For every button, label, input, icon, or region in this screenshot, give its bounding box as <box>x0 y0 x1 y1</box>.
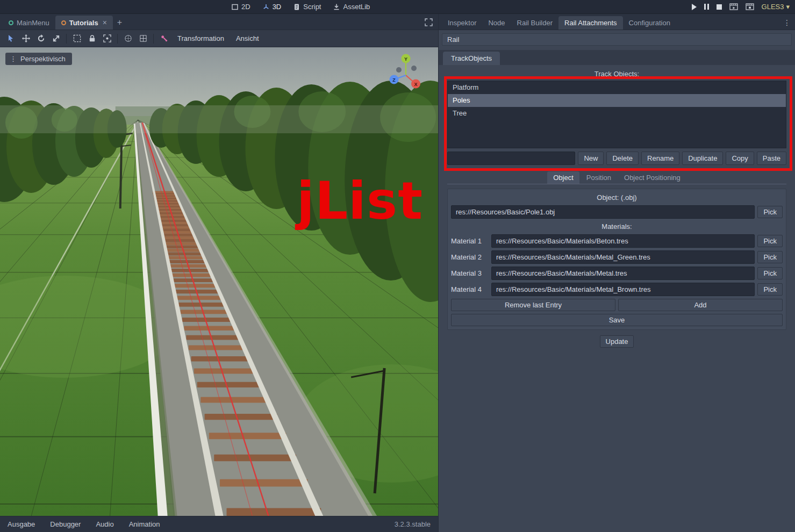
delete-button[interactable]: Delete <box>606 152 639 165</box>
snap-icon[interactable] <box>137 32 149 45</box>
axis-x-label: X <box>414 82 417 87</box>
material-row: Material 4 Pick <box>451 283 783 296</box>
mesh-icon[interactable] <box>121 32 134 45</box>
3d-icon <box>262 3 270 11</box>
play-custom-scene-icon[interactable] <box>746 3 754 10</box>
paste-button[interactable]: Paste <box>757 152 786 165</box>
tab-inspektor-label: Inspektor <box>448 19 476 27</box>
scene-tab-tutorials-label: Tutorials <box>69 19 98 27</box>
transformation-menu[interactable]: Transformation <box>173 32 229 45</box>
renderer-dropdown[interactable]: GLES3 ▾ <box>762 3 790 11</box>
select-tool-icon[interactable] <box>4 32 17 45</box>
dock-menu-icon[interactable]: ⋮ <box>783 18 791 27</box>
rotate-tool-icon[interactable] <box>34 32 47 45</box>
materials-header: Materials: <box>451 221 783 232</box>
material-4-label: Material 4 <box>451 285 489 293</box>
bottom-tab-debugger[interactable]: Debugger <box>50 520 81 528</box>
tab-inspektor[interactable]: Inspektor <box>442 16 482 30</box>
add-button[interactable]: Add <box>618 299 783 311</box>
tab-object-positioning[interactable]: Object Positioning <box>618 171 686 184</box>
editor-top-bar: 2D 3D Script AssetLib GLES3 ▾ <box>0 0 795 14</box>
mode-3d-button[interactable]: 3D <box>262 3 282 11</box>
scale-tool-icon[interactable] <box>49 32 62 45</box>
mode-2d-button[interactable]: 2D <box>231 3 250 11</box>
scene-tab-tutorials[interactable]: Tutorials × <box>55 16 113 30</box>
tab-trackobjects[interactable]: TrackObjects <box>443 52 500 65</box>
ansicht-menu[interactable]: Ansicht <box>231 32 264 45</box>
pick-material-2-button[interactable]: Pick <box>757 251 783 263</box>
track-objects-label: Track Objects: <box>439 70 795 78</box>
object-name-input[interactable] <box>447 152 575 165</box>
mode-script-button[interactable]: Script <box>293 3 321 11</box>
play-button[interactable] <box>692 4 697 10</box>
lock-icon[interactable] <box>85 32 98 45</box>
viewport-toolbar: Transformation Ansicht <box>0 30 438 47</box>
bottom-tab-audio[interactable]: Audio <box>96 520 113 528</box>
update-row: Update <box>439 335 795 348</box>
material-4-field[interactable] <box>491 283 755 296</box>
tab-node[interactable]: Node <box>482 16 511 30</box>
tab-object[interactable]: Object <box>547 171 579 184</box>
expand-viewport-icon[interactable] <box>425 18 433 26</box>
rect-select-icon[interactable] <box>70 32 83 45</box>
save-button[interactable]: Save <box>451 314 783 326</box>
tab-position[interactable]: Position <box>581 171 617 184</box>
remove-last-entry-button[interactable]: Remove last Entry <box>451 299 615 311</box>
menu-dots-icon: ⋮ <box>10 55 17 63</box>
pick-material-1-button[interactable]: Pick <box>757 235 783 247</box>
axis-gizmo[interactable]: Y X Z <box>381 52 431 96</box>
list-item-tree[interactable]: Tree <box>448 107 786 120</box>
3d-scene-render <box>0 47 438 516</box>
copy-button[interactable]: Copy <box>726 152 754 165</box>
material-3-field[interactable] <box>491 267 755 280</box>
new-button[interactable]: New <box>578 152 604 165</box>
mode-3d-label: 3D <box>273 3 282 11</box>
list-item-platform[interactable]: Platform <box>448 81 786 94</box>
tab-rail-attachments[interactable]: Rail Attachments <box>558 16 623 30</box>
pause-button[interactable] <box>704 4 709 10</box>
material-2-field[interactable] <box>491 250 755 264</box>
track-objects-list[interactable]: Platform Poles Tree <box>447 81 786 148</box>
tab-configuration[interactable]: Configuration <box>623 16 676 30</box>
dock-tab-bar: Inspektor Node Rail Builder Rail Attachm… <box>439 14 795 30</box>
tab-rail-builder-label: Rail Builder <box>517 19 553 27</box>
tab-configuration-label: Configuration <box>629 19 670 27</box>
group-icon[interactable] <box>101 32 113 45</box>
rename-button[interactable]: Rename <box>641 152 679 165</box>
move-tool-icon[interactable] <box>19 32 32 45</box>
play-scene-icon[interactable] <box>729 3 738 10</box>
pick-material-4-button[interactable]: Pick <box>757 283 783 296</box>
scene-icon <box>9 20 13 25</box>
tab-rail-builder[interactable]: Rail Builder <box>511 16 558 30</box>
close-tab-icon[interactable]: × <box>103 18 107 27</box>
bottom-tab-animation[interactable]: Animation <box>129 520 160 528</box>
3d-viewport[interactable]: ⋮ Perspektivisch Y X Z jList <box>0 47 438 516</box>
axis-z-label: Z <box>392 77 396 83</box>
bottom-tab-ausgabe[interactable]: Ausgabe <box>8 520 35 528</box>
object-path-field[interactable] <box>451 205 755 219</box>
tab-node-label: Node <box>488 19 505 27</box>
update-button[interactable]: Update <box>600 335 634 348</box>
script-icon <box>293 3 300 11</box>
scene-tab-bar: MainMenu Tutorials × + <box>0 14 438 30</box>
pick-material-3-button[interactable]: Pick <box>757 267 783 279</box>
scene-icon <box>61 20 66 25</box>
rail-header-button[interactable]: Rail <box>442 33 792 46</box>
pick-object-button[interactable]: Pick <box>757 206 783 218</box>
duplicate-button[interactable]: Duplicate <box>682 152 723 165</box>
material-row: Material 3 Pick <box>451 267 783 280</box>
new-scene-tab-button[interactable]: + <box>113 18 126 30</box>
godot-editor-window: { "topbar": { "modes": ["2D", "3D", "Scr… <box>0 0 795 532</box>
object-settings-section: Object: (.obj) Pick Materials: Material … <box>447 189 786 330</box>
list-item-poles[interactable]: Poles <box>448 94 786 107</box>
material-row: Material 1 Pick <box>451 234 783 248</box>
main-split: MainMenu Tutorials × + Tra <box>0 14 795 532</box>
scene-tab-mainmenu-label: MainMenu <box>17 19 49 27</box>
perspective-menu-button[interactable]: ⋮ Perspektivisch <box>5 53 72 65</box>
mode-script-label: Script <box>303 3 321 11</box>
stop-button[interactable] <box>717 4 722 10</box>
skeleton-icon[interactable] <box>157 32 170 45</box>
scene-tab-mainmenu[interactable]: MainMenu <box>3 16 55 30</box>
mode-assetlib-button[interactable]: AssetLib <box>333 3 370 11</box>
material-1-field[interactable] <box>491 234 755 248</box>
